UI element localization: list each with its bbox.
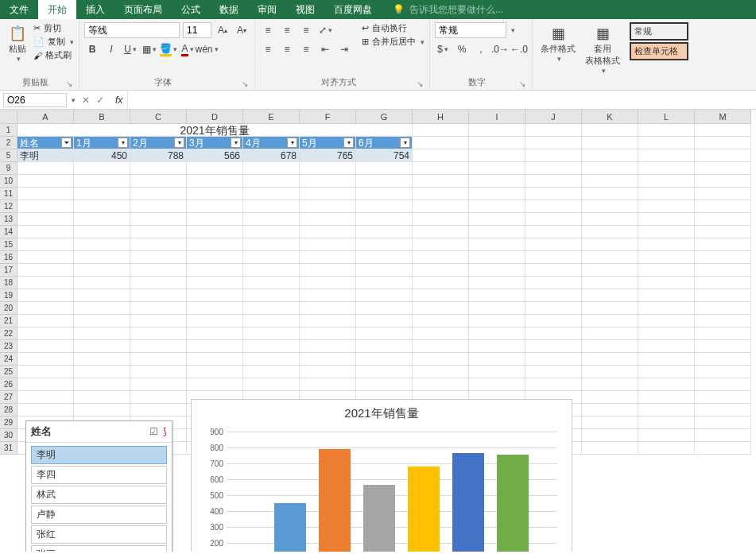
col-head-L[interactable]: L: [638, 110, 695, 124]
col-head-E[interactable]: E: [243, 110, 300, 124]
cell-A22[interactable]: [17, 327, 74, 340]
cell-I23[interactable]: [469, 340, 525, 353]
cell-J15[interactable]: [525, 238, 582, 251]
cell-F19[interactable]: [300, 289, 356, 302]
cell-H22[interactable]: [413, 327, 469, 340]
row-head-31[interactable]: 31: [0, 442, 17, 455]
cell-K30[interactable]: [582, 429, 638, 442]
cell-F18[interactable]: [300, 277, 356, 289]
cell-H13[interactable]: [413, 213, 469, 226]
col-head-M[interactable]: M: [695, 110, 751, 124]
cell-E24[interactable]: [243, 353, 300, 366]
cell-J13[interactable]: [525, 213, 582, 226]
cell-J9[interactable]: [525, 162, 582, 175]
cell-C24[interactable]: [130, 353, 187, 366]
cell-M21[interactable]: [695, 315, 751, 327]
confirm-icon[interactable]: ✓: [96, 95, 104, 106]
bar-1月[interactable]: [274, 503, 306, 552]
cell-L16[interactable]: [638, 251, 695, 264]
cell-F26[interactable]: [300, 378, 356, 391]
cell-H12[interactable]: [413, 200, 469, 213]
cell-B18[interactable]: [74, 277, 130, 289]
cell-M19[interactable]: [695, 289, 751, 302]
cell-L14[interactable]: [638, 226, 695, 238]
format-painter-button[interactable]: 🖌格式刷: [33, 49, 74, 61]
row-head-18[interactable]: 18: [0, 277, 17, 289]
cell-B24[interactable]: [74, 353, 130, 366]
cell-L31[interactable]: [638, 442, 695, 455]
cell-A19[interactable]: [17, 289, 74, 302]
cell-G13[interactable]: [356, 213, 413, 226]
cell-I17[interactable]: [469, 264, 525, 277]
cell-F2[interactable]: 5月▾: [300, 137, 356, 149]
clear-filter-icon[interactable]: ⟆: [163, 426, 167, 437]
row-head-14[interactable]: 14: [0, 226, 17, 238]
align-right-button[interactable]: ≡: [298, 41, 314, 57]
cell-E26[interactable]: [243, 378, 300, 391]
filter-button[interactable]: ▾: [287, 138, 297, 148]
cell-K22[interactable]: [582, 327, 638, 340]
tab-review[interactable]: 审阅: [248, 0, 286, 19]
cell-F22[interactable]: [300, 327, 356, 340]
cell-A26[interactable]: [17, 378, 74, 391]
cell-C17[interactable]: [130, 264, 187, 277]
cell-A12[interactable]: [17, 200, 74, 213]
cell-A5[interactable]: 李明: [17, 149, 74, 162]
cell-G24[interactable]: [356, 353, 413, 366]
row-head-22[interactable]: 22: [0, 327, 17, 340]
cell-H1[interactable]: [413, 124, 469, 137]
cell-L22[interactable]: [638, 327, 695, 340]
cell-E25[interactable]: [243, 366, 300, 378]
cell-E5[interactable]: 678: [243, 149, 300, 162]
border-button[interactable]: ▦▾: [142, 41, 157, 57]
col-head-J[interactable]: J: [525, 110, 582, 124]
cell-G19[interactable]: [356, 289, 413, 302]
cell-D5[interactable]: 566: [187, 149, 243, 162]
font-color-button[interactable]: A▾: [180, 41, 196, 57]
cell-G9[interactable]: [356, 162, 413, 175]
cell-L20[interactable]: [638, 302, 695, 315]
cell-K16[interactable]: [582, 251, 638, 264]
decrease-indent-button[interactable]: ⇤: [317, 41, 333, 57]
cell-D10[interactable]: [187, 175, 243, 188]
cell-H18[interactable]: [413, 277, 469, 289]
col-head-F[interactable]: F: [300, 110, 356, 124]
cell-I1[interactable]: [469, 124, 525, 137]
filter-button[interactable]: ▾: [118, 138, 128, 148]
fx-label[interactable]: fx: [110, 95, 127, 106]
cell-L25[interactable]: [638, 366, 695, 378]
cell-M14[interactable]: [695, 226, 751, 238]
row-head-2[interactable]: 2: [0, 137, 17, 149]
chart-object[interactable]: 2021年销售量 李明 0100200300400500600700800900…: [191, 399, 572, 552]
cell-M5[interactable]: [695, 149, 751, 162]
cell-A10[interactable]: [17, 175, 74, 188]
cell-M29[interactable]: [695, 416, 751, 429]
cell-J5[interactable]: [525, 149, 582, 162]
font-size-select[interactable]: [183, 22, 211, 38]
cell-style-normal[interactable]: 常规: [630, 22, 688, 41]
cell-I20[interactable]: [469, 302, 525, 315]
cell-K21[interactable]: [582, 315, 638, 327]
cell-E14[interactable]: [243, 226, 300, 238]
cell-I15[interactable]: [469, 238, 525, 251]
cell-L9[interactable]: [638, 162, 695, 175]
cell-A20[interactable]: [17, 302, 74, 315]
phonetic-button[interactable]: wén▾: [199, 41, 215, 57]
cell-H16[interactable]: [413, 251, 469, 264]
cell-J1[interactable]: [525, 124, 582, 137]
tab-view[interactable]: 视图: [286, 0, 324, 19]
filter-button[interactable]: ▾: [174, 138, 184, 148]
cell-H19[interactable]: [413, 289, 469, 302]
cell-J10[interactable]: [525, 175, 582, 188]
cell-H11[interactable]: [413, 188, 469, 200]
cell-A21[interactable]: [17, 315, 74, 327]
slicer-item[interactable]: 张红: [31, 525, 167, 544]
cell-F14[interactable]: [300, 226, 356, 238]
cell-E2[interactable]: 4月▾: [243, 137, 300, 149]
cell-E9[interactable]: [243, 162, 300, 175]
filter-button[interactable]: ⏷: [61, 138, 72, 148]
cell-K12[interactable]: [582, 200, 638, 213]
cell-E21[interactable]: [243, 315, 300, 327]
cell-J22[interactable]: [525, 327, 582, 340]
cell-B28[interactable]: [74, 404, 130, 416]
